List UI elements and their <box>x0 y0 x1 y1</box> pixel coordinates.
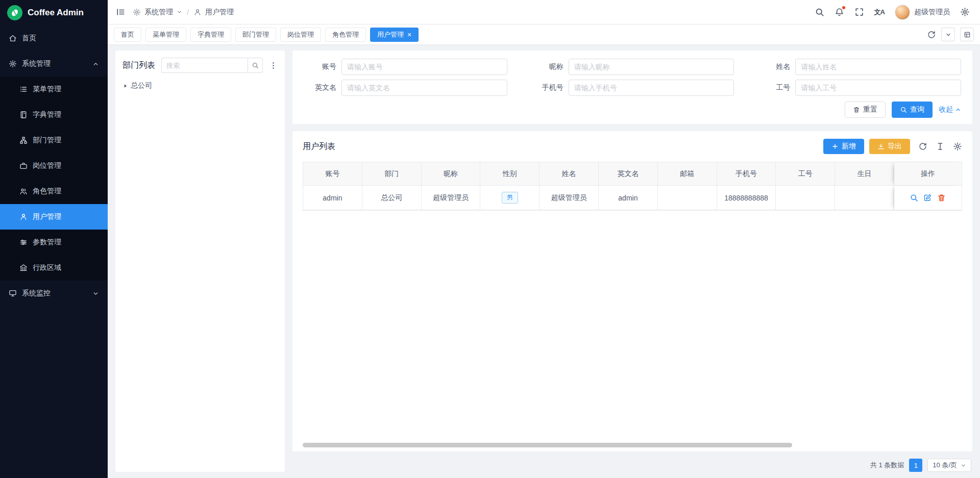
column-header: 性别 <box>480 162 540 186</box>
account-input[interactable] <box>341 59 507 75</box>
export-button[interactable]: 导出 <box>869 139 910 154</box>
tab-label: 部门管理 <box>242 30 269 39</box>
sidebar: Coffee Admin 首页 系统管理 菜单管理 字典管理 <box>0 0 108 478</box>
search-form-card: 账号 昵称 姓名 英文名 <box>292 51 972 124</box>
phone-input[interactable] <box>569 80 734 96</box>
sidebar-menu: 首页 系统管理 菜单管理 字典管理 部门管理 <box>0 26 108 478</box>
breadcrumb-item-user-mgmt[interactable]: 用户管理 <box>205 8 234 17</box>
sidebar-item-user-mgmt[interactable]: 用户管理 <box>0 204 108 230</box>
reset-button-label: 重置 <box>863 105 877 114</box>
refresh-icon[interactable] <box>918 142 927 151</box>
sidebar-item-role-mgmt[interactable]: 角色管理 <box>0 179 108 204</box>
sidebar-collapse-icon[interactable] <box>116 7 126 17</box>
add-button[interactable]: 新增 <box>823 139 864 154</box>
tab-label: 菜单管理 <box>153 30 179 39</box>
name-input[interactable] <box>795 59 961 75</box>
trash-icon <box>853 106 860 113</box>
department-panel-title: 部门列表 <box>122 60 155 71</box>
horizontal-scrollbar[interactable] <box>303 443 792 447</box>
view-icon[interactable] <box>910 193 918 202</box>
sidebar-item-dept-mgmt[interactable]: 部门管理 <box>0 128 108 153</box>
sidebar-item-system-monitor[interactable]: 系统监控 <box>0 281 108 306</box>
field-nickname: 昵称 <box>531 59 734 75</box>
tab-user-mgmt[interactable]: 用户管理 × <box>370 28 419 42</box>
app-logo: Coffee Admin <box>0 0 108 26</box>
sidebar-item-system-mgmt[interactable]: 系统管理 <box>0 51 108 77</box>
tab-close-icon[interactable]: × <box>407 31 411 38</box>
tree-node-root[interactable]: 总公司 <box>122 81 278 90</box>
sidebar-item-admin-region[interactable]: 行政区域 <box>0 255 108 281</box>
cell-work-id <box>776 186 835 210</box>
layout-toggle-icon[interactable] <box>960 28 974 41</box>
chevron-down-icon[interactable] <box>177 9 182 15</box>
tab-menu-mgmt[interactable]: 菜单管理 <box>145 28 186 42</box>
nickname-input[interactable] <box>569 59 734 75</box>
tab-dept-mgmt[interactable]: 部门管理 <box>235 28 276 42</box>
theme-settings-gear-icon[interactable] <box>960 7 970 17</box>
english-name-input[interactable] <box>341 80 507 96</box>
more-options-icon[interactable] <box>269 61 278 70</box>
field-phone: 手机号 <box>531 80 734 96</box>
sidebar-item-label: 角色管理 <box>33 187 61 196</box>
reset-button[interactable]: 重置 <box>845 102 886 118</box>
avatar <box>895 5 910 20</box>
field-label: 昵称 <box>531 62 564 71</box>
user-icon <box>19 213 28 221</box>
chevron-down-icon <box>92 290 99 297</box>
table-header-row: 账号 部门 昵称 性别 姓名 英文名 邮箱 手机号 工号 生日 操作 <box>303 162 962 186</box>
delete-icon[interactable] <box>937 193 946 202</box>
field-name: 姓名 <box>757 59 961 75</box>
user-list-card: 用户列表 新增 导出 <box>292 131 972 451</box>
edit-icon[interactable] <box>923 193 932 202</box>
user-list-header: 用户列表 新增 导出 <box>303 139 962 154</box>
field-work-id: 工号 <box>757 80 961 96</box>
sidebar-item-home[interactable]: 首页 <box>0 26 108 51</box>
tab-role-mgmt[interactable]: 角色管理 <box>325 28 366 42</box>
username: 超级管理员 <box>914 8 950 17</box>
tab-post-mgmt[interactable]: 岗位管理 <box>280 28 321 42</box>
work-id-input[interactable] <box>795 80 961 96</box>
home-icon <box>9 34 17 42</box>
tab-dict-mgmt[interactable]: 字典管理 <box>190 28 231 42</box>
user-menu[interactable]: 超级管理员 <box>895 5 950 20</box>
tab-home[interactable]: 首页 <box>114 28 141 42</box>
field-account: 账号 <box>304 59 507 75</box>
search-icon[interactable] <box>815 7 824 17</box>
monitor-icon <box>9 289 17 297</box>
caret-right-icon[interactable] <box>122 83 128 89</box>
tab-options-dropdown[interactable] <box>941 28 955 41</box>
page-size-select[interactable]: 10 条/页 <box>927 459 971 472</box>
field-label: 手机号 <box>531 83 564 92</box>
translate-icon[interactable]: 文A <box>874 8 885 17</box>
table-settings-gear-icon[interactable] <box>953 142 962 151</box>
sidebar-item-post-mgmt[interactable]: 岗位管理 <box>0 153 108 179</box>
notification-bell-icon[interactable] <box>835 7 844 17</box>
department-search-button[interactable] <box>248 58 263 73</box>
sidebar-item-menu-mgmt[interactable]: 菜单管理 <box>0 77 108 102</box>
sidebar-item-label: 岗位管理 <box>33 161 61 170</box>
column-header: 昵称 <box>422 162 481 186</box>
column-header: 部门 <box>362 162 422 186</box>
density-icon[interactable] <box>936 142 945 151</box>
pagination-page-1[interactable]: 1 <box>909 459 922 472</box>
sidebar-item-param-mgmt[interactable]: 参数管理 <box>0 230 108 255</box>
column-header: 生日 <box>835 162 894 186</box>
gender-tag: 男 <box>502 192 518 204</box>
pagination: 共 1 条数据 1 10 条/页 <box>292 459 972 472</box>
breadcrumb-item-system[interactable]: 系统管理 <box>144 8 173 17</box>
tab-label: 岗位管理 <box>287 30 314 39</box>
collapse-link[interactable]: 收起 <box>939 105 961 114</box>
column-header-actions: 操作 <box>894 162 962 186</box>
sidebar-item-dict-mgmt[interactable]: 字典管理 <box>0 102 108 128</box>
fullscreen-icon[interactable] <box>854 7 864 17</box>
refresh-icon[interactable] <box>927 30 936 39</box>
cell-email <box>658 186 717 210</box>
sidebar-item-label: 用户管理 <box>33 212 61 221</box>
query-button[interactable]: 查询 <box>892 102 933 118</box>
tabbar: 首页 菜单管理 字典管理 部门管理 岗位管理 角色管理 用户管理 × <box>108 24 980 44</box>
department-search-input[interactable] <box>161 58 248 73</box>
sidebar-item-label: 首页 <box>22 34 36 43</box>
sidebar-item-label: 系统管理 <box>22 59 51 68</box>
column-header: 邮箱 <box>658 162 717 186</box>
breadcrumb-separator: / <box>186 8 190 16</box>
